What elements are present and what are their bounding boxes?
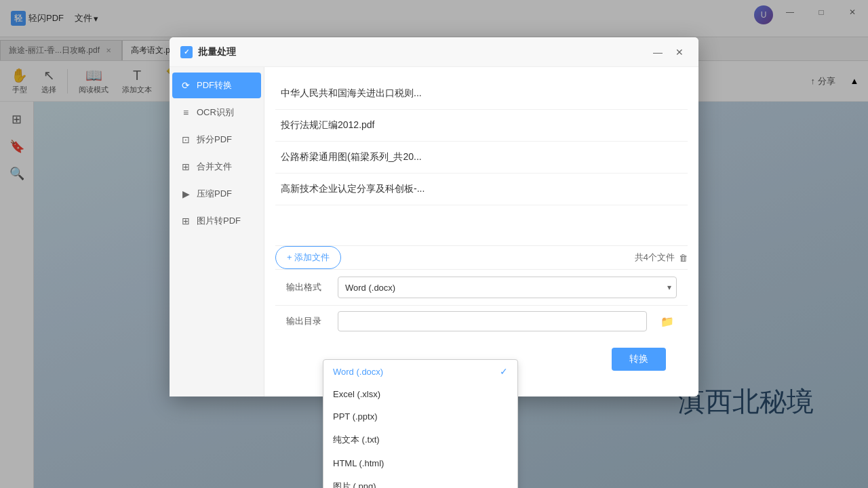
nav-compress[interactable]: ▶ 压缩PDF — [172, 181, 261, 207]
dropdown-item-word[interactable]: Word (.docx) ✓ — [323, 360, 517, 383]
dropdown-item-txt[interactable]: 纯文本 (.txt) — [323, 428, 517, 452]
nav-ocr[interactable]: ≡ OCR识别 — [172, 100, 261, 125]
format-dropdown: Word (.docx) ✓ Excel (.xlsx) PPT (.pptx)… — [323, 359, 518, 488]
ocr-icon: ≡ — [180, 107, 191, 118]
dropdown-word-label: Word (.docx) — [333, 367, 383, 377]
file-item-4-name: 高新技术企业认定分享及科创板-... — [281, 183, 425, 194]
format-row: 输出格式 Word (.docx) Excel (.xlsx) PPT (.pp… — [275, 269, 688, 305]
merge-icon: ⊞ — [180, 161, 191, 172]
compress-icon: ▶ — [180, 188, 191, 199]
nav-img-pdf-label: 图片转PDF — [197, 215, 241, 227]
dropdown-ppt-label: PPT (.pptx) — [333, 411, 378, 422]
nav-pdf-convert-label: PDF转换 — [197, 79, 232, 92]
nav-pdf-convert[interactable]: ⟳ PDF转换 — [172, 73, 261, 98]
modal-body: ⟳ PDF转换 ≡ OCR识别 ⊡ 拆分PDF ⊞ 合并文件 ▶ 压缩PDF ⊞… — [170, 67, 698, 396]
footer-row: + 添加文件 共4个文件 🗑 — [275, 246, 688, 269]
dropdown-excel-label: Excel (.xlsx) — [333, 389, 380, 399]
browse-icon: 📁 — [660, 315, 674, 328]
browse-button[interactable]: 📁 — [658, 312, 677, 331]
img-to-pdf-icon: ⊞ — [180, 216, 191, 226]
dropdown-txt-label: 纯文本 (.txt) — [333, 434, 380, 446]
file-item-4[interactable]: 高新技术企业认定分享及科创板-... — [275, 174, 688, 205]
format-select[interactable]: Word (.docx) Excel (.xlsx) PPT (.pptx) 纯… — [338, 277, 677, 298]
file-item-1[interactable]: 中华人民共和国海关进出口税则... — [275, 78, 688, 110]
nav-ocr-label: OCR识别 — [197, 106, 234, 119]
file-item-2-name: 投行法规汇编2012.pdf — [281, 119, 375, 130]
modal-sidebar: ⟳ PDF转换 ≡ OCR识别 ⊡ 拆分PDF ⊞ 合并文件 ▶ 压缩PDF ⊞… — [170, 67, 264, 396]
file-item-3[interactable]: 公路桥梁通用图(箱梁系列_共20... — [275, 142, 688, 174]
format-select-container: Word (.docx) Excel (.xlsx) PPT (.pptx) 纯… — [338, 277, 677, 298]
modal-minimize-button[interactable]: — — [650, 44, 666, 60]
batch-processing-modal: ✓ 批量处理 — ✕ ⟳ PDF转换 ≡ OCR识别 ⊡ 拆分PDF ⊞ — [170, 37, 698, 396]
nav-split-label: 拆分PDF — [197, 134, 232, 146]
dropdown-html-label: HTML (.html) — [333, 458, 384, 468]
nav-split-pdf[interactable]: ⊡ 拆分PDF — [172, 127, 261, 152]
nav-img-to-pdf[interactable]: ⊞ 图片转PDF — [172, 208, 261, 234]
output-dir-input[interactable] — [338, 311, 647, 331]
dropdown-item-png[interactable]: 图片 (.png) — [323, 474, 517, 488]
file-list: 中华人民共和国海关进出口税则... 投行法规汇编2012.pdf 公路桥梁通用图… — [275, 78, 688, 245]
nav-merge[interactable]: ⊞ 合并文件 — [172, 154, 261, 180]
check-mark-word: ✓ — [500, 366, 508, 377]
modal-content-area: 中华人民共和国海关进出口税则... 投行法规汇编2012.pdf 公路桥梁通用图… — [264, 67, 698, 396]
modal-close-button[interactable]: ✕ — [671, 44, 688, 60]
nav-compress-label: 压缩PDF — [197, 188, 232, 200]
dropdown-item-excel[interactable]: Excel (.xlsx) — [323, 383, 517, 405]
modal-title-icon: ✓ — [180, 46, 193, 58]
format-label: 输出格式 — [286, 281, 327, 293]
modal-title: 批量处理 — [198, 46, 236, 58]
output-dir-row: 输出目录 📁 — [275, 305, 688, 337]
file-item-1-name: 中华人民共和国海关进出口税则... — [281, 87, 422, 98]
file-count: 共4个文件 🗑 — [635, 251, 688, 264]
pdf-convert-icon: ⟳ — [180, 80, 191, 91]
file-count-text: 共4个文件 — [635, 251, 675, 264]
delete-icon[interactable]: 🗑 — [679, 253, 688, 263]
dropdown-item-html[interactable]: HTML (.html) — [323, 452, 517, 474]
dropdown-item-ppt[interactable]: PPT (.pptx) — [323, 405, 517, 428]
file-item-3-name: 公路桥梁通用图(箱梁系列_共20... — [281, 151, 422, 162]
modal-controls: — ✕ — [650, 44, 688, 60]
output-dir-label: 输出目录 — [286, 315, 327, 327]
modal-titlebar: ✓ 批量处理 — ✕ — [170, 37, 698, 67]
add-file-button[interactable]: + 添加文件 — [275, 246, 341, 269]
convert-button[interactable]: 转换 — [612, 348, 666, 371]
nav-merge-label: 合并文件 — [197, 161, 232, 173]
file-item-2[interactable]: 投行法规汇编2012.pdf — [275, 110, 688, 142]
split-icon: ⊡ — [180, 134, 191, 145]
dropdown-png-label: 图片 (.png) — [333, 481, 376, 488]
